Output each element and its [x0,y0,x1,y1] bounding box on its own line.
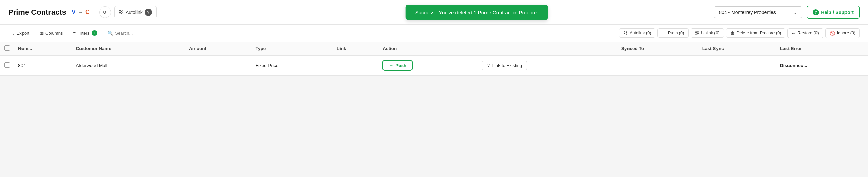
help-support-label: Help / Support [821,10,854,15]
delete-label: Delete from Procore (0) [737,31,781,35]
col-link: Link [333,42,379,55]
autolink-label: Autolink [126,10,143,15]
row-num: 804 [14,55,72,75]
table-header-row: Num... Customer Name Amount Type Link Ac… [0,42,868,55]
select-all-checkbox[interactable] [4,45,10,51]
col-action: Action [378,42,477,55]
last-error-value: Disconnec... [780,63,807,68]
unlink-label: Unlink (0) [701,31,720,35]
table-row: 804 Alderwood Mall Fixed Price → Push ∨ … [0,55,868,75]
vericlock-icon: V [72,9,76,16]
restore-label: Restore (0) [797,31,819,35]
col-amount: Amount [185,42,251,55]
col-type: Type [251,42,333,55]
search-icon: 🔍 [107,31,113,36]
integration-icons: V → C [72,9,90,16]
col-last-sync: Last Sync [698,42,776,55]
filters-button[interactable]: ≡ Filters 1 [69,28,102,38]
chevron-down-icon: ⌄ [793,10,797,15]
search-wrap: 🔍 [103,28,160,38]
row-last-error: Disconnec... [776,55,868,75]
export-button[interactable]: ↓ Export [8,28,34,38]
row-synced-to [617,55,698,75]
row-last-sync [698,55,776,75]
header-controls: ⟳ ⛓ Autolink ? [99,6,157,18]
push-action-label: Push (0) [668,31,684,35]
row-link-existing-cell: ∨ Link to Existing [478,55,617,75]
export-label: Export [17,31,30,36]
filters-label: Filters [77,31,89,36]
row-customer-name: Alderwood Mall [72,55,185,75]
link-existing-button[interactable]: ∨ Link to Existing [482,61,527,70]
toolbar-left: ↓ Export ▦ Columns ≡ Filters 1 🔍 [8,28,160,38]
filters-icon: ≡ [73,31,76,36]
col-synced-to: Synced To [617,42,698,55]
row-checkbox-cell [0,55,14,75]
col-num: Num... [14,42,72,55]
prime-contracts-table: Num... Customer Name Amount Type Link Ac… [0,42,868,75]
filters-count-badge: 1 [92,30,97,36]
link-existing-label: Link to Existing [492,63,522,68]
autolink-chain-icon: ⛓ [623,31,628,35]
autolink-action-label: Autolink (0) [630,31,651,35]
search-input[interactable] [115,31,156,36]
autolink-button[interactable]: ⛓ Autolink ? [114,6,157,18]
ignore-label: Ignore (0) [837,31,855,35]
autolink-icon: ⛓ [119,10,124,15]
push-action-icon: → [662,31,666,35]
row-checkbox[interactable] [4,62,10,68]
delete-icon: 🗑 [730,31,735,35]
ignore-button[interactable]: 🚫 Ignore (0) [825,28,860,38]
columns-button[interactable]: ▦ Columns [35,28,67,38]
col-customer-name: Customer Name [72,42,185,55]
unlink-icon: ⛓ [695,31,699,35]
select-all-header [0,42,14,55]
ignore-icon: 🚫 [830,31,835,36]
autolink-action-button[interactable]: ⛓ Autolink (0) [619,28,655,38]
toast-message: Success - You've deleted 1 Prime Contrac… [415,10,538,15]
row-amount [185,55,251,75]
success-toast: Success - You've deleted 1 Prime Contrac… [406,5,548,20]
restore-button[interactable]: ↩ Restore (0) [787,28,823,38]
procore-icon: C [85,9,90,16]
row-type: Fixed Price [251,55,333,75]
push-row-label: Push [395,63,406,68]
help-icon: ? [813,9,819,15]
unlink-button[interactable]: ⛓ Unlink (0) [691,28,724,38]
col-action2 [478,42,617,55]
toolbar: ↓ Export ▦ Columns ≡ Filters 1 🔍 ⛓ Autol… [0,25,868,42]
push-row-icon: → [389,63,393,68]
autolink-help-icon: ? [145,9,152,16]
toolbar-right: ⛓ Autolink (0) → Push (0) ⛓ Unlink (0) 🗑… [619,28,860,38]
header: Prime Contracts V → C ⟳ ⛓ Autolink ? Suc… [0,0,868,25]
help-support-button[interactable]: ? Help / Support [807,6,860,19]
delete-from-procore-button[interactable]: 🗑 Delete from Procore (0) [726,28,786,38]
restore-icon: ↩ [792,31,796,36]
col-last-error: Last Error [776,42,868,55]
arrow-icon: → [78,9,83,15]
columns-label: Columns [45,31,63,36]
push-action-button[interactable]: → Push (0) [657,28,689,38]
push-row-button[interactable]: → Push [382,60,413,71]
row-push-cell: → Push [378,55,477,75]
sync-icon-button[interactable]: ⟳ [99,6,111,18]
link-chevron-icon: ∨ [487,63,490,68]
header-right: 804 - Monterrey Properties ⌄ ? Help / Su… [714,6,860,19]
export-icon: ↓ [13,31,15,36]
table-container: Num... Customer Name Amount Type Link Ac… [0,42,868,76]
project-dropdown[interactable]: 804 - Monterrey Properties ⌄ [714,6,802,18]
row-link [333,55,379,75]
page-title: Prime Contracts [8,8,66,17]
project-value: 804 - Monterrey Properties [719,10,776,15]
columns-icon: ▦ [40,31,44,36]
